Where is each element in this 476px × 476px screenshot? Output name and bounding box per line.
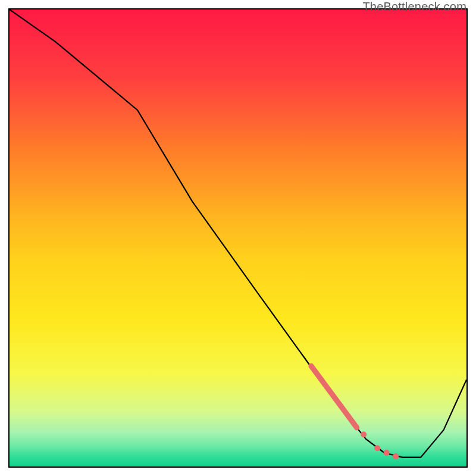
watermark-text: TheBottleneck.com	[362, 0, 466, 14]
chart-svg	[10, 10, 466, 466]
highlight-point-2	[384, 450, 390, 456]
plot-area	[8, 8, 468, 468]
highlight-point-0	[361, 431, 367, 437]
highlight-point-1	[374, 445, 380, 451]
chart-frame: TheBottleneck.com	[0, 0, 476, 476]
highlight-point-3	[393, 453, 399, 459]
gradient-background	[10, 10, 466, 466]
